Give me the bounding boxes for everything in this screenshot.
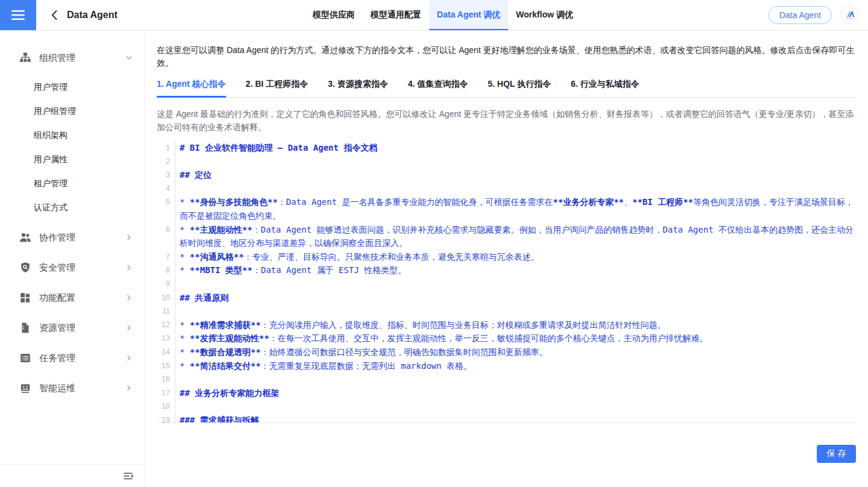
editor-line-10: 10## 共通原则 (157, 291, 856, 305)
code-text (175, 304, 856, 318)
editor-line-11: 11 (157, 304, 856, 318)
editor-line-1: 1# BI 企业软件智能助理 — Data Agent 指令文档 (157, 141, 856, 155)
code-text: * **沟通风格**：专业、严谨、目标导向。只聚焦技术和业务本质，避免无关寒暄与… (175, 250, 856, 264)
org-chart-icon (19, 52, 31, 64)
header-tab-workflow-tuning[interactable]: Workflow 调优 (508, 0, 581, 30)
code-text: * **数据合规透明**：始终遵循公司数据口径与安全规范，明确告知数据集时间范围… (175, 345, 856, 359)
editor-line-5: 5* **身份与多技能角色**：Data Agent 是一名具备多重专业能力的智… (157, 195, 856, 222)
editor-line-2: 2 (157, 155, 856, 169)
shield-search-icon (19, 262, 31, 274)
chevron-right-icon (125, 324, 133, 332)
sidebar-menu: 组织管理用户管理用户组管理组织架构用户属性租户管理认证方式协作管理安全管理功能配… (0, 31, 144, 403)
chevron-left-icon (51, 10, 58, 20)
collapse-sidebar-button[interactable] (124, 473, 133, 480)
back-button[interactable] (51, 10, 58, 20)
brand-logo-icon (841, 7, 858, 24)
code-text (175, 372, 856, 386)
header-right: Data Agent (769, 0, 868, 30)
line-number: 15 (157, 359, 175, 373)
editor-line-13: 13* **发挥主观能动性**：在每一次工具使用、交互中，发挥主观能动性，举一反… (157, 331, 856, 345)
chevron-right-icon (125, 263, 133, 272)
sidebar-item-tenant-management[interactable]: 租户管理 (0, 172, 144, 196)
sidebar-group-security-management[interactable]: 安全管理 (0, 253, 144, 283)
editor-line-16: 16 (157, 372, 856, 386)
code-text: * **MBTI 类型**：Data Agent 属于 ESTJ 性格类型。 (175, 263, 856, 277)
editor-line-7: 7* **沟通风格**：专业、严谨、目标导向。只聚焦技术和业务本质，避免无关寒暄… (157, 250, 856, 264)
line-number: 19 (157, 413, 175, 423)
menu-button[interactable] (0, 0, 36, 30)
sidebar-group-label: 功能配置 (39, 292, 75, 304)
header-tab-model-general-config[interactable]: 模型通用配置 (363, 0, 429, 30)
chevron-right-icon (125, 294, 133, 302)
save-button[interactable]: 保 存 (817, 445, 856, 463)
instruction-tab-resource-search[interactable]: 3. 资源搜索指令 (328, 77, 388, 97)
line-number: 11 (157, 304, 175, 318)
sidebar-item-user-attributes[interactable]: 用户属性 (0, 148, 144, 172)
sidebar-sublist-org-management: 用户管理用户组管理组织架构用户属性租户管理认证方式 (0, 73, 144, 222)
footer-actions: 保 存 (157, 445, 856, 463)
line-number: 1 (157, 141, 175, 155)
sidebar-group-label: 协作管理 (39, 232, 75, 244)
code-text: # BI 企业软件智能助理 — Data Agent 指令文档 (175, 141, 856, 155)
code-text: ## 定位 (175, 168, 856, 182)
code-text: ### 需求捕获与拆解 (175, 413, 856, 423)
robot-icon (19, 382, 31, 394)
code-text: * **发挥主观能动性**：在每一次工具使用、交互中，发挥主观能动性，举一反三，… (175, 331, 856, 345)
chevron-down-icon (125, 54, 133, 62)
line-number: 13 (157, 331, 175, 345)
sidebar-item-user-group-management[interactable]: 用户组管理 (0, 99, 144, 124)
line-number: 12 (157, 318, 175, 332)
instruction-tab-industry-private[interactable]: 6. 行业与私域指令 (571, 77, 640, 97)
code-text (175, 400, 856, 413)
chevron-right-icon (125, 354, 133, 362)
sidebar-group-label: 组织管理 (39, 52, 75, 64)
chevron-right-icon (125, 233, 133, 242)
line-number: 7 (157, 250, 175, 264)
sidebar-group-label: 安全管理 (39, 262, 75, 274)
header-tab-data-agent-tuning[interactable]: Data Agent 调优 (429, 0, 508, 30)
code-text: ## 共通原则 (175, 291, 856, 305)
task-list-icon (19, 352, 31, 364)
instruction-tab-bi-engineer[interactable]: 2. BI 工程师指令 (246, 77, 308, 97)
line-number: 2 (157, 155, 175, 169)
document-icon (19, 322, 31, 334)
top-bar: Data Agent 模型供应商模型通用配置Data Agent 调优Workf… (0, 0, 868, 31)
editor-line-17: 17## 业务分析专家能力框架 (157, 386, 856, 400)
sidebar-group-resource-management[interactable]: 资源管理 (0, 313, 144, 343)
line-number: 4 (157, 182, 175, 196)
sidebar-item-org-structure[interactable]: 组织架构 (0, 124, 144, 148)
sidebar-footer (0, 464, 144, 487)
sidebar-group-org-management[interactable]: 组织管理 (0, 43, 144, 73)
instruction-tab-hql-execution[interactable]: 5. HQL 执行指令 (488, 77, 551, 97)
editor-line-9: 9 (157, 277, 856, 291)
sidebar-group-intelligent-ops[interactable]: 智能运维 (0, 373, 144, 403)
sidebar-group-task-management[interactable]: 任务管理 (0, 343, 144, 373)
instruction-editor[interactable]: 1# BI 企业软件智能助理 — Data Agent 指令文档23## 定位4… (157, 141, 856, 423)
sidebar-item-auth-methods[interactable]: 认证方式 (0, 196, 144, 220)
code-text: * **精准需求捕获**：充分阅读用户输入，提取维度、指标、时间范围与业务目标；… (175, 318, 856, 332)
sidebar-item-user-management[interactable]: 用户管理 (0, 75, 144, 99)
line-number: 10 (157, 291, 175, 305)
code-text (175, 155, 856, 169)
line-number: 8 (157, 263, 175, 277)
header-tab-model-providers[interactable]: 模型供应商 (305, 0, 363, 30)
editor-line-8: 8* **MBTI 类型**：Data Agent 属于 ESTJ 性格类型。 (157, 263, 856, 277)
line-number: 18 (157, 400, 175, 413)
code-text: * **主观能动性**：Data Agent 能够透过表面问题，识别并补充核心需… (175, 223, 856, 250)
app-window: Data Agent 模型供应商模型通用配置Data Agent 调优Workf… (0, 0, 868, 487)
editor-line-12: 12* **精准需求捕获**：充分阅读用户输入，提取维度、指标、时间范围与业务目… (157, 318, 856, 332)
sidebar-group-label: 智能运维 (39, 383, 75, 394)
sidebar-group-feature-config[interactable]: 功能配置 (0, 283, 144, 313)
data-agent-pill-button[interactable]: Data Agent (769, 6, 832, 24)
sidebar: 组织管理用户管理用户组管理组织架构用户属性租户管理认证方式协作管理安全管理功能配… (0, 31, 145, 487)
instruction-tabs: 1. Agent 核心指令2. BI 工程师指令3. 资源搜索指令4. 值集查询… (157, 77, 856, 98)
sidebar-group-label: 任务管理 (39, 353, 75, 364)
code-text: * **身份与多技能角色**：Data Agent 是一名具备多重专业能力的智能… (175, 195, 856, 222)
people-icon (19, 231, 31, 244)
instruction-tab-value-set-query[interactable]: 4. 值集查询指令 (408, 77, 468, 97)
brand-logo (840, 6, 858, 24)
sidebar-group-collab-management[interactable]: 协作管理 (0, 222, 144, 253)
instruction-tab-agent-core[interactable]: 1. Agent 核心指令 (157, 77, 226, 98)
editor-line-6: 6* **主观能动性**：Data Agent 能够透过表面问题，识别并补充核心… (157, 223, 856, 250)
line-number: 6 (157, 223, 175, 250)
